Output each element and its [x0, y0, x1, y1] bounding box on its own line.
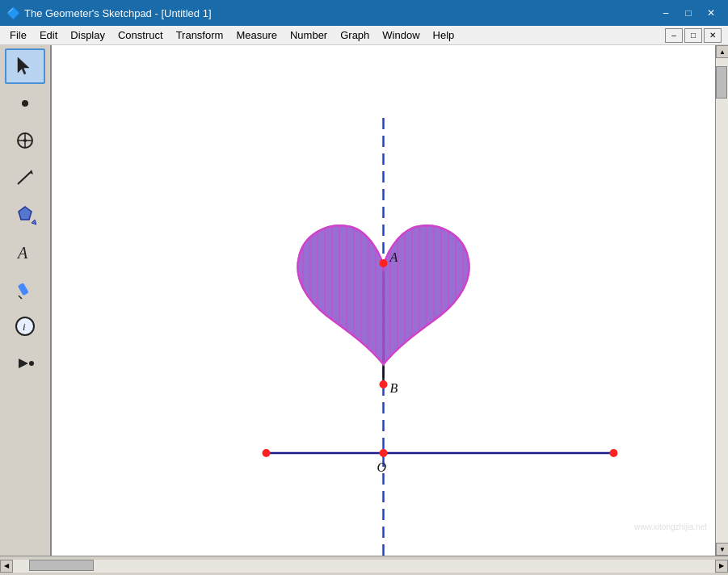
svg-marker-9 [32, 220, 36, 225]
scrollbar-thumb-right[interactable] [716, 66, 727, 99]
point-o [380, 449, 388, 457]
menu-construct[interactable]: Construct [112, 27, 170, 43]
svg-line-6 [18, 171, 32, 184]
point-b [380, 380, 388, 388]
scroll-left-button[interactable]: ◀ [0, 560, 13, 573]
menu-bar: File Edit Display Construct Transform Me… [0, 26, 728, 45]
bottom-area: ◀ ▶ Click to begin scrolling the window [0, 556, 728, 575]
inner-restore-button[interactable]: □ [684, 28, 702, 43]
close-button[interactable]: ✕ [701, 4, 722, 22]
svg-line-12 [19, 296, 22, 299]
svg-point-5 [23, 139, 27, 142]
app-icon: 🔷 [6, 6, 19, 19]
svg-marker-0 [18, 57, 29, 74]
svg-point-16 [29, 361, 34, 366]
toolbar: A i [0, 45, 52, 556]
label-a: A [389, 250, 398, 264]
animation-tool[interactable] [5, 346, 45, 381]
scrollbar-horizontal: ◀ ▶ [0, 560, 728, 573]
menu-edit[interactable]: Edit [33, 27, 64, 43]
point-tool[interactable] [5, 86, 45, 121]
compass-tool[interactable] [5, 123, 45, 158]
svg-marker-15 [19, 359, 28, 368]
window-title: The Geometer's Sketchpad - [Untitled 1] [24, 7, 212, 19]
point-left [263, 449, 271, 457]
scrollbar-track-right[interactable] [716, 58, 728, 543]
point-a [380, 259, 388, 267]
minimize-button[interactable]: – [655, 4, 676, 22]
inner-close-button[interactable]: ✕ [704, 28, 722, 43]
inner-minimize-button[interactable]: – [665, 28, 683, 43]
bottom-scrollbar-bar: ◀ ▶ [0, 556, 728, 575]
svg-point-1 [22, 100, 28, 107]
menu-graph[interactable]: Graph [334, 27, 376, 43]
svg-marker-8 [19, 207, 32, 220]
menu-number[interactable]: Number [284, 27, 334, 43]
maximize-button[interactable]: □ [678, 4, 699, 22]
text-tool[interactable]: A [5, 234, 45, 270]
info-tool[interactable]: i [5, 308, 45, 344]
svg-text:i: i [23, 321, 26, 333]
menu-window[interactable]: Window [376, 27, 426, 43]
label-b: B [390, 381, 398, 395]
sketch-canvas: A B O [52, 45, 715, 556]
label-o: O [377, 460, 387, 474]
canvas-wrapper[interactable]: A B O www.xitongzhijia.net [52, 45, 715, 556]
scrollbar-thumb-horizontal[interactable] [29, 560, 94, 571]
svg-marker-7 [30, 170, 33, 174]
point-right [610, 449, 618, 457]
svg-text:A: A [16, 244, 28, 262]
scroll-up-button[interactable]: ▲ [716, 45, 728, 58]
title-bar: 🔷 The Geometer's Sketchpad - [Untitled 1… [0, 0, 728, 26]
menu-file[interactable]: File [3, 27, 33, 43]
menu-help[interactable]: Help [427, 27, 461, 43]
select-tool[interactable] [5, 48, 45, 84]
main-layout: A i [0, 45, 728, 556]
svg-rect-11 [18, 283, 29, 296]
polygon-tool[interactable] [5, 197, 45, 233]
marker-tool[interactable] [5, 271, 45, 307]
menu-transform[interactable]: Transform [170, 27, 230, 43]
menu-measure[interactable]: Measure [229, 27, 284, 43]
menu-display[interactable]: Display [64, 27, 112, 43]
scroll-right-button[interactable]: ▶ [715, 560, 728, 573]
scrollbar-right: ▲ ▼ [715, 45, 728, 556]
line-tool[interactable] [5, 160, 45, 195]
watermark: www.xitongzhijia.net [634, 523, 707, 531]
scroll-down-button[interactable]: ▼ [716, 543, 728, 556]
scrollbar-track-horizontal[interactable] [13, 560, 715, 573]
